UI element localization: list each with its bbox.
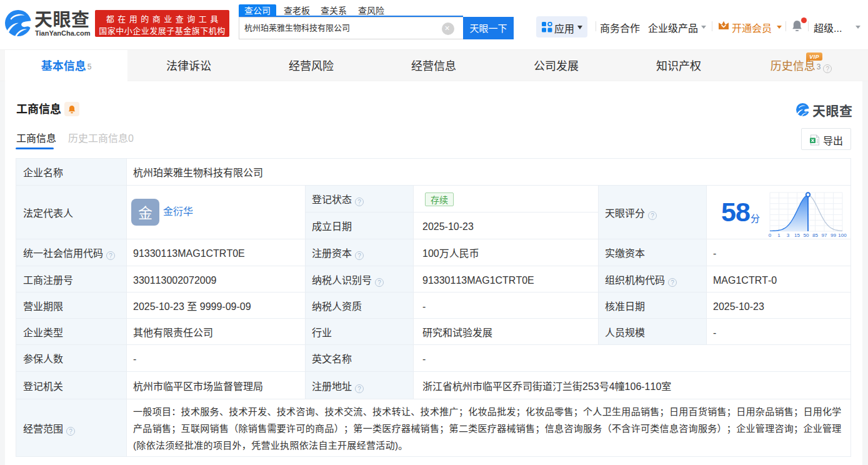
svg-text:50: 50: [804, 232, 809, 238]
svg-text:85: 85: [812, 232, 818, 238]
svg-text:100: 100: [838, 232, 847, 238]
svg-text:97: 97: [822, 232, 827, 238]
svg-text:15: 15: [794, 232, 800, 238]
svg-text:1: 1: [777, 232, 781, 238]
svg-text:99: 99: [831, 232, 836, 238]
svg-text:3: 3: [787, 232, 790, 238]
svg-text:0: 0: [769, 232, 772, 238]
